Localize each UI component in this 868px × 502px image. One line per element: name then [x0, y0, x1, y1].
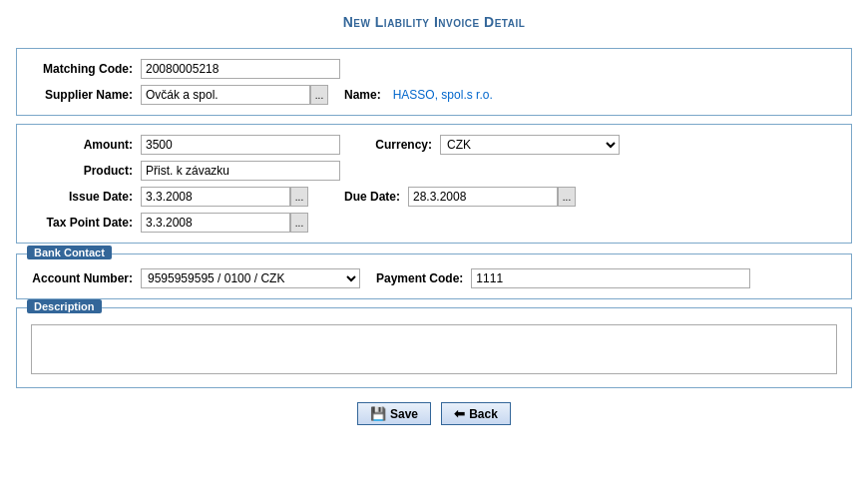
- payment-code-label: Payment Code:: [376, 271, 463, 285]
- issue-date-row: Issue Date: ... Due Date: ...: [31, 187, 837, 207]
- section-basic-info: Matching Code: Supplier Name: ... Name: …: [16, 48, 852, 116]
- tax-point-date-input[interactable]: [141, 213, 290, 233]
- back-button[interactable]: ⬅ Back: [441, 402, 511, 425]
- supplier-name-row: Supplier Name: ... Name: HASSO, spol.s r…: [31, 85, 837, 105]
- issue-date-picker-button[interactable]: ...: [290, 187, 308, 207]
- matching-code-label: Matching Code:: [31, 62, 141, 76]
- save-button[interactable]: 💾 Save: [357, 402, 431, 425]
- amount-label: Amount:: [31, 138, 141, 152]
- supplier-browse-button[interactable]: ...: [310, 85, 328, 105]
- tax-point-date-picker-button[interactable]: ...: [290, 213, 308, 233]
- tax-point-date-row: Tax Point Date: ...: [31, 213, 837, 233]
- product-label: Product:: [31, 164, 141, 178]
- due-date-picker-button[interactable]: ...: [558, 187, 576, 207]
- payment-code-input[interactable]: [471, 268, 750, 288]
- description-legend: Description: [27, 299, 102, 313]
- matching-code-input[interactable]: [141, 59, 340, 79]
- due-date-input[interactable]: [408, 187, 558, 207]
- supplier-name-value[interactable]: HASSO, spol.s r.o.: [393, 88, 493, 102]
- description-section: Description: [16, 307, 852, 388]
- page-title: New Liability Invoice Detail: [0, 0, 868, 40]
- save-label: Save: [390, 407, 418, 421]
- due-date-label: Due Date:: [328, 190, 408, 204]
- name-label: Name:: [344, 88, 381, 102]
- bank-contact-section: Bank Contact Account Number: 9595959595 …: [16, 253, 852, 299]
- product-row: Product:: [31, 161, 837, 181]
- back-label: Back: [469, 407, 498, 421]
- save-icon: 💾: [370, 406, 386, 421]
- amount-input[interactable]: [141, 135, 340, 155]
- currency-section: Currency: CZK: [360, 135, 620, 155]
- issue-date-input[interactable]: [141, 187, 290, 207]
- issue-date-label: Issue Date:: [31, 190, 141, 204]
- product-input[interactable]: [141, 161, 340, 181]
- section-financials: Amount: Currency: CZK Product: Issue Dat…: [16, 124, 852, 244]
- bank-contact-legend: Bank Contact: [27, 246, 112, 259]
- amount-row: Amount: Currency: CZK: [31, 135, 837, 155]
- supplier-name-input[interactable]: [141, 85, 310, 105]
- currency-label: Currency:: [360, 138, 440, 152]
- account-number-select[interactable]: 9595959595 / 0100 / CZK: [141, 268, 360, 288]
- account-number-label: Account Number:: [31, 271, 141, 285]
- description-textarea[interactable]: [31, 324, 837, 374]
- supplier-name-label: Supplier Name:: [31, 88, 141, 102]
- back-icon: ⬅: [454, 406, 465, 421]
- due-date-section: Due Date: ...: [328, 187, 576, 207]
- matching-code-row: Matching Code:: [31, 59, 837, 79]
- bank-contact-row: Account Number: 9595959595 / 0100 / CZK …: [31, 268, 837, 288]
- tax-point-date-label: Tax Point Date:: [31, 216, 141, 230]
- buttons-row: 💾 Save ⬅ Back: [0, 402, 868, 425]
- currency-select[interactable]: CZK: [440, 135, 620, 155]
